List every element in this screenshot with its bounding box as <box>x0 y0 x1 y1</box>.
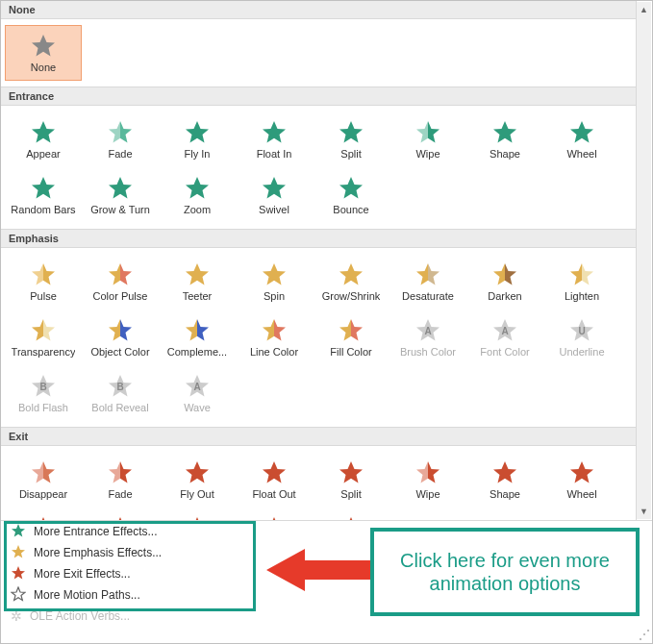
animation-label: Wipe <box>415 148 440 160</box>
animation-float-out[interactable]: Float Out <box>236 452 313 508</box>
menu-label: More Entrance Effects... <box>34 525 158 538</box>
animation-zoom[interactable]: Zoom <box>159 167 236 223</box>
entrance-section-header: Entrance <box>1 87 636 106</box>
animation-label: Swivel <box>259 204 289 215</box>
animation-desaturate[interactable]: Desaturate <box>389 254 466 310</box>
animation-fly-out[interactable]: Fly Out <box>159 452 236 508</box>
animation-underline[interactable]: UUnderline <box>543 310 620 365</box>
animation-none[interactable]: None <box>5 25 82 81</box>
scroll-up-button[interactable]: ▲ <box>637 2 651 17</box>
animation-lighten[interactable]: Lighten <box>543 254 620 310</box>
animation-fill-color[interactable]: Fill Color <box>313 310 389 365</box>
animation-shrink-tu-[interactable]: Shrink & Tu... <box>82 508 159 520</box>
animation-compleme-[interactable]: Compleme... <box>159 310 236 365</box>
animation-brush-color[interactable]: ABrush Color <box>389 310 466 365</box>
animation-transparency[interactable]: Transparency <box>5 310 82 365</box>
animation-appear[interactable]: Appear <box>5 111 82 167</box>
svg-text:B: B <box>116 382 123 392</box>
scroll-down-button[interactable]: ▼ <box>637 504 651 519</box>
animation-label: Wave <box>184 402 211 413</box>
animation-random-bars[interactable]: Random Bars <box>5 508 82 520</box>
animation-label: Zoom <box>184 204 211 215</box>
animation-swivel[interactable]: Swivel <box>236 167 313 223</box>
animation-label: Bold Reveal <box>91 402 148 413</box>
gear-icon: ✲ <box>11 608 22 624</box>
animation-shape[interactable]: Shape <box>466 111 543 167</box>
animation-fade[interactable]: Fade <box>82 452 159 508</box>
animation-wheel[interactable]: Wheel <box>543 111 620 167</box>
animation-wave[interactable]: AWave <box>159 365 236 421</box>
animation-label: Split <box>340 148 361 160</box>
animation-shape[interactable]: Shape <box>466 452 543 508</box>
svg-marker-6 <box>266 549 372 591</box>
callout-text: Click here for even more animation optio… <box>380 549 630 595</box>
animation-wheel[interactable]: Wheel <box>543 452 620 508</box>
animation-label: Wheel <box>566 148 596 160</box>
animation-label: Float Out <box>252 488 295 500</box>
svg-text:A: A <box>424 326 431 336</box>
animation-label: Line Color <box>250 346 298 358</box>
animation-label: Bounce <box>333 204 368 215</box>
animation-random-bars[interactable]: Random Bars <box>5 167 82 223</box>
animation-font-color[interactable]: AFont Color <box>466 310 543 365</box>
emphasis-grid: Pulse Color Pulse Teeter Spin Grow/Shrin… <box>1 248 636 427</box>
animation-split[interactable]: Split <box>313 111 389 167</box>
entrance-grid: Appear Fade Fly In Float In Split Wipe S… <box>1 106 636 229</box>
animation-darken[interactable]: Darken <box>466 254 543 310</box>
animation-pulse[interactable]: Pulse <box>5 254 82 310</box>
animation-bold-reveal[interactable]: BBold Reveal <box>82 365 159 421</box>
animation-grow-turn[interactable]: Grow & Turn <box>82 167 159 223</box>
animation-label: Split <box>340 488 361 500</box>
animation-wipe[interactable]: Wipe <box>389 452 466 508</box>
animation-label: Appear <box>26 148 60 160</box>
animation-label: Fly In <box>185 148 211 160</box>
animation-label: Desaturate <box>402 290 454 302</box>
animation-label: Teeter <box>183 290 213 302</box>
animation-label: Lighten <box>565 290 599 302</box>
star-icon <box>11 544 26 562</box>
animation-fade[interactable]: Fade <box>82 111 159 167</box>
menu-label: OLE Action Verbs... <box>30 609 130 623</box>
star-icon <box>11 523 26 541</box>
animation-disappear[interactable]: Disappear <box>5 452 82 508</box>
vertical-scrollbar[interactable]: ▲ ▼ <box>636 2 651 519</box>
animation-float-in[interactable]: Float In <box>236 111 313 167</box>
animation-swivel[interactable]: Swivel <box>236 508 313 520</box>
animation-color-pulse[interactable]: Color Pulse <box>82 254 159 310</box>
animation-label: Disappear <box>19 488 67 500</box>
animation-grow-shrink[interactable]: Grow/Shrink <box>313 254 389 310</box>
animation-label: Grow & Turn <box>90 204 150 215</box>
animation-label: Fade <box>108 488 132 500</box>
animation-label: None <box>31 62 56 73</box>
animation-line-color[interactable]: Line Color <box>236 310 313 365</box>
exit-grid: Disappear Fade Fly Out Float Out Split W… <box>1 446 636 520</box>
resize-grip[interactable]: ⋰ <box>639 628 650 641</box>
animation-zoom[interactable]: Zoom <box>159 508 236 520</box>
animation-bounce[interactable]: Bounce <box>313 508 389 520</box>
animation-bounce[interactable]: Bounce <box>313 167 389 223</box>
animation-label: Wheel <box>566 488 596 500</box>
animation-label: Float In <box>257 148 292 160</box>
exit-section-header: Exit <box>1 427 636 446</box>
emphasis-section-header: Emphasis <box>1 229 636 248</box>
animation-bold-flash[interactable]: BBold Flash <box>5 365 82 421</box>
animation-label: Object Color <box>90 346 149 358</box>
animation-split[interactable]: Split <box>313 452 389 508</box>
animation-spin[interactable]: Spin <box>236 254 313 310</box>
animation-label: Font Color <box>480 346 529 358</box>
animation-label: Fly Out <box>180 488 213 500</box>
animation-fly-in[interactable]: Fly In <box>159 111 236 167</box>
animation-label: Wipe <box>415 488 440 500</box>
animation-label: Fill Color <box>330 346 371 358</box>
animation-object-color[interactable]: Object Color <box>82 310 159 365</box>
star-icon <box>11 586 26 605</box>
animation-label: Random Bars <box>11 204 75 215</box>
animation-teeter[interactable]: Teeter <box>159 254 236 310</box>
menu-label: More Exit Effects... <box>34 567 130 581</box>
annotation-arrow <box>266 544 372 596</box>
animation-label: Spin <box>264 290 285 302</box>
animation-wipe[interactable]: Wipe <box>389 111 466 167</box>
svg-text:U: U <box>578 326 585 336</box>
menu-label: More Emphasis Effects... <box>34 546 162 559</box>
animation-label: Bold Flash <box>18 402 68 413</box>
